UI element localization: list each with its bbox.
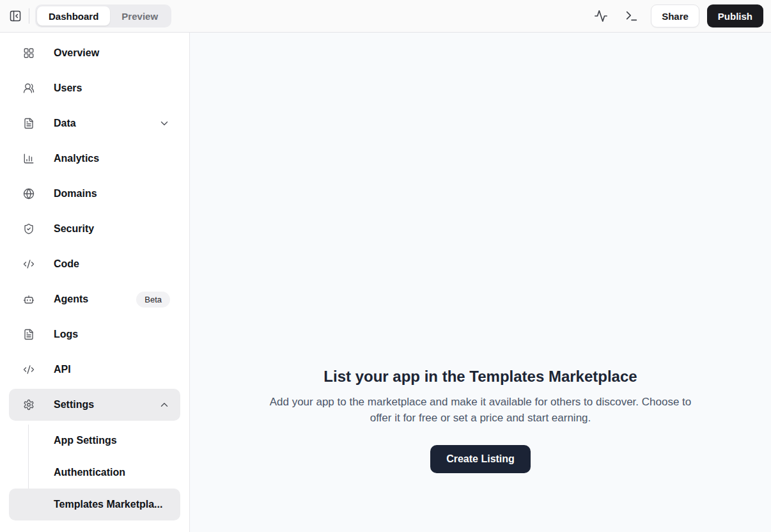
sidebar-item-data[interactable]: Data (9, 107, 180, 139)
sidebar-item-logs[interactable]: Logs (9, 318, 180, 350)
view-switcher: Dashboard Preview (35, 4, 171, 27)
sidebar: Overview Users Data Analytics (0, 33, 190, 532)
gear-icon (23, 399, 35, 411)
sidebar-item-label: Logs (54, 329, 78, 340)
panel-left-close-icon (9, 10, 22, 22)
sidebar-item-label: Agents (54, 293, 88, 305)
topbar-divider (29, 8, 29, 24)
terminal-icon (625, 9, 639, 23)
sidebar-subitem-label: App Settings (54, 435, 117, 446)
activity-button[interactable] (589, 4, 612, 27)
topbar: Dashboard Preview Share Publish (0, 0, 771, 33)
sidebar-item-label: Settings (54, 399, 94, 411)
sidebar-item-label: Domains (54, 188, 97, 199)
share-button[interactable]: Share (651, 4, 699, 27)
sidebar-subitem-app-settings[interactable]: App Settings (9, 425, 180, 457)
sidebar-subitem-authentication[interactable]: Authentication (9, 457, 180, 489)
settings-subnav: App Settings Authentication Templates Ma… (9, 425, 180, 520)
topbar-right: Share Publish (589, 4, 763, 27)
sidebar-item-users[interactable]: Users (9, 72, 180, 104)
create-listing-button[interactable]: Create Listing (430, 445, 531, 473)
sidebar-item-security[interactable]: Security (9, 213, 180, 245)
terminal-button[interactable] (620, 4, 643, 27)
topbar-left: Dashboard Preview (4, 4, 171, 27)
sidebar-item-code[interactable]: Code (9, 248, 180, 280)
sidebar-item-overview[interactable]: Overview (9, 37, 180, 69)
publish-button[interactable]: Publish (707, 4, 763, 27)
sidebar-item-label: Code (54, 258, 79, 270)
page-title: List your app in the Templates Marketpla… (323, 368, 637, 386)
sidebar-item-label: Overview (54, 47, 99, 59)
file-text-icon (23, 329, 35, 340)
tab-preview[interactable]: Preview (110, 6, 169, 26)
sidebar-item-domains[interactable]: Domains (9, 178, 180, 210)
users-icon (23, 82, 35, 94)
globe-icon (23, 188, 35, 199)
page-description: Add your app to the marketplace and make… (263, 394, 698, 426)
collapse-sidebar-button[interactable] (4, 4, 27, 27)
dashboard-grid-icon (23, 47, 35, 59)
sidebar-subitem-label: Authentication (54, 467, 125, 478)
bot-icon (23, 293, 35, 305)
chevron-down-icon (159, 118, 170, 129)
sidebar-item-settings[interactable]: Settings (9, 389, 180, 421)
sidebar-item-label: Security (54, 223, 94, 235)
code-icon (23, 258, 35, 270)
marketplace-empty-state: List your app in the Templates Marketpla… (190, 368, 771, 473)
chevron-up-icon (159, 399, 170, 411)
sidebar-item-agents[interactable]: Agents Beta (9, 283, 180, 315)
sidebar-item-api[interactable]: API (9, 354, 180, 386)
file-text-icon (23, 118, 35, 129)
activity-icon (594, 9, 608, 23)
sidebar-item-label: Analytics (54, 153, 99, 164)
sidebar-subitem-templates-marketplace[interactable]: Templates Marketpla... (9, 489, 180, 520)
sidebar-item-label: Users (54, 82, 82, 94)
sidebar-item-label: Data (54, 118, 76, 129)
beta-badge: Beta (136, 292, 170, 308)
code-icon (23, 364, 35, 375)
tab-dashboard[interactable]: Dashboard (37, 6, 110, 26)
sidebar-item-analytics[interactable]: Analytics (9, 143, 180, 175)
shield-check-icon (23, 223, 35, 235)
sidebar-item-label: API (54, 364, 71, 375)
main-content: List your app in the Templates Marketpla… (190, 33, 771, 532)
sidebar-subitem-label: Templates Marketpla... (54, 499, 162, 510)
bar-chart-icon (23, 153, 35, 164)
app-shell: Overview Users Data Analytics (0, 33, 771, 532)
